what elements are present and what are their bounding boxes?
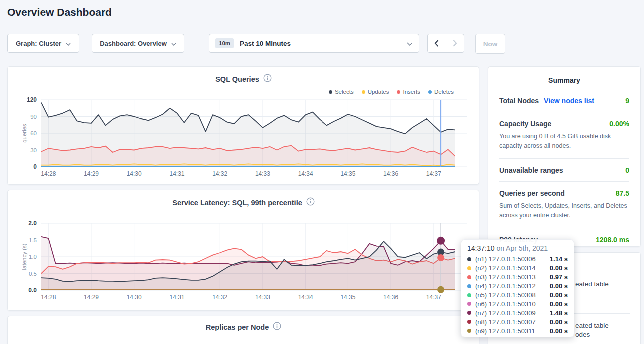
summary-row-unavailable: Unavailable ranges 0 xyxy=(499,158,629,181)
event-text-fragment: odes xyxy=(575,331,590,338)
series-dot-icon xyxy=(467,293,471,297)
service-latency-chart[interactable]: 14:2814:2914:3014:3114:3214:3314:3414:35… xyxy=(8,190,480,311)
svg-text:14:35: 14:35 xyxy=(340,170,355,177)
svg-text:14:28: 14:28 xyxy=(41,170,56,177)
series-dot-icon xyxy=(467,320,471,324)
chevron-right-icon xyxy=(453,40,457,47)
graph-dropdown-label: Graph: Cluster xyxy=(16,40,61,47)
svg-text:14:36: 14:36 xyxy=(383,294,398,301)
legend-dot-icon xyxy=(329,90,332,94)
tooltip-row: (n7) 127.0.0.1:503091.48 s xyxy=(467,308,568,317)
series-dot-icon xyxy=(467,329,471,333)
series-dot-icon xyxy=(467,311,471,315)
series-dot-icon xyxy=(467,257,471,261)
svg-text:14:31: 14:31 xyxy=(169,294,184,301)
legend-dot-icon xyxy=(428,90,432,94)
chevron-down-icon xyxy=(407,39,413,48)
series-dot-icon xyxy=(467,302,471,306)
unavailable-ranges-value: 0 xyxy=(625,166,629,174)
svg-text:14:34: 14:34 xyxy=(298,170,313,177)
svg-text:14:30: 14:30 xyxy=(127,294,142,301)
svg-text:14:36: 14:36 xyxy=(383,170,398,177)
svg-text:1.0: 1.0 xyxy=(29,254,37,260)
svg-text:14:30: 14:30 xyxy=(127,170,142,177)
view-nodes-list-link[interactable]: View nodes list xyxy=(544,97,594,105)
tooltip-timestamp: 14:37:10 on Apr 5th, 2021 xyxy=(467,244,568,252)
legend-dot-icon xyxy=(362,90,365,94)
capacity-usage-value: 0.00% xyxy=(609,120,629,128)
sql-queries-card: SQL Queries SelectsUpdatesInsertsDeletes… xyxy=(7,66,479,185)
overview-dashboard-page: Overview Dashboard Graph: Cluster Dashbo… xyxy=(0,0,644,344)
svg-text:2.0: 2.0 xyxy=(28,220,37,227)
svg-text:60: 60 xyxy=(30,130,37,136)
legend-item-selects[interactable]: Selects xyxy=(329,89,354,95)
tooltip-row: (n8) 127.0.0.1:503070.00 s xyxy=(467,317,568,326)
time-range-selector[interactable]: 10m Past 10 Minutes xyxy=(209,34,419,53)
svg-text:120: 120 xyxy=(27,96,37,103)
summary-row-total-nodes: Total Nodes View nodes list 9 xyxy=(499,89,629,112)
summary-row-capacity: Capacity Usage 0.00% You are using 0 B o… xyxy=(499,112,629,158)
capacity-usage-desc: You are using 0 B of 4.5 GiB usable disk… xyxy=(499,132,629,151)
svg-text:0: 0 xyxy=(33,163,37,170)
page-title: Overview Dashboard xyxy=(7,6,112,18)
capacity-usage-label: Capacity Usage xyxy=(499,120,551,128)
event-text-fragment: eated table xyxy=(575,322,609,329)
tooltip-row: (n3) 127.0.0.1:503130.97 s xyxy=(467,273,568,282)
sql-queries-chart[interactable]: 14:2814:2914:3014:3114:3214:3314:3414:35… xyxy=(8,67,480,185)
tooltip-row: (n4) 127.0.0.1:503120.00 s xyxy=(467,282,568,291)
dashboard-dropdown-label: Dashboard: Overview xyxy=(100,40,167,47)
svg-text:90: 90 xyxy=(30,114,37,120)
chevron-down-icon xyxy=(66,40,71,47)
svg-text:14:31: 14:31 xyxy=(169,170,184,177)
replicas-per-node-card: Replicas per Node xyxy=(7,316,479,344)
legend-dot-icon xyxy=(397,90,400,94)
tooltip-row: (n6) 127.0.0.1:503100.00 s xyxy=(467,299,568,308)
graph-dropdown[interactable]: Graph: Cluster xyxy=(7,34,79,53)
chart-hover-tooltip: 14:37:10 on Apr 5th, 2021 (n1) 127.0.0.1… xyxy=(461,239,574,337)
info-icon[interactable] xyxy=(273,322,281,332)
chevron-left-icon xyxy=(434,40,439,47)
svg-text:14:34: 14:34 xyxy=(298,294,313,301)
total-nodes-label: Total Nodes xyxy=(499,97,539,105)
svg-text:14:28: 14:28 xyxy=(41,294,56,301)
total-nodes-value: 9 xyxy=(625,97,629,105)
svg-text:1.5: 1.5 xyxy=(29,237,37,243)
prev-time-button[interactable] xyxy=(428,34,446,52)
svg-text:14:32: 14:32 xyxy=(212,170,227,177)
summary-title: Summary xyxy=(488,67,640,84)
legend-item-updates[interactable]: Updates xyxy=(362,89,389,95)
legend-item-inserts[interactable]: Inserts xyxy=(397,89,420,95)
event-text-fragment: eated table xyxy=(575,280,609,288)
dashboard-dropdown[interactable]: Dashboard: Overview xyxy=(92,34,184,53)
svg-text:14:29: 14:29 xyxy=(84,170,99,177)
svg-text:14:33: 14:33 xyxy=(255,294,270,301)
time-nav-group xyxy=(427,34,464,53)
series-dot-icon xyxy=(467,266,471,270)
series-dot-icon xyxy=(467,284,471,288)
time-range-label: Past 10 Minutes xyxy=(240,40,407,47)
unavailable-ranges-label: Unavailable ranges xyxy=(499,166,563,174)
legend-item-deletes[interactable]: Deletes xyxy=(428,89,454,95)
queries-per-second-value: 87.5 xyxy=(616,189,629,197)
sql-chart-legend: SelectsUpdatesInsertsDeletes xyxy=(329,89,454,95)
svg-text:14:29: 14:29 xyxy=(84,294,99,301)
chevron-down-icon xyxy=(171,40,176,47)
tooltip-row: (n1) 127.0.0.1:503061.14 s xyxy=(467,255,568,264)
toolbar-divider xyxy=(197,33,197,53)
svg-text:14:37: 14:37 xyxy=(426,170,441,177)
now-button[interactable]: Now xyxy=(475,34,505,54)
svg-text:0.5: 0.5 xyxy=(29,271,37,277)
chart-title: Replicas per Node xyxy=(206,323,269,331)
time-range-badge: 10m xyxy=(215,38,234,48)
p99-latency-value: 1208.0 ms xyxy=(596,236,629,244)
summary-row-qps: Queries per second 87.5 Sum of Selects, … xyxy=(499,181,629,228)
tooltip-row: (n2) 127.0.0.1:503140.00 s xyxy=(467,264,568,273)
svg-text:14:37: 14:37 xyxy=(426,294,441,301)
svg-text:0.0: 0.0 xyxy=(28,287,37,294)
series-dot-icon xyxy=(467,275,471,279)
svg-text:14:33: 14:33 xyxy=(255,170,270,177)
next-time-button[interactable] xyxy=(446,34,464,52)
tooltip-row: (n5) 127.0.0.1:503080.00 s xyxy=(467,291,568,300)
tooltip-rows: (n1) 127.0.0.1:503061.14 s(n2) 127.0.0.1… xyxy=(467,255,568,335)
queries-per-second-label: Queries per second xyxy=(499,189,565,197)
